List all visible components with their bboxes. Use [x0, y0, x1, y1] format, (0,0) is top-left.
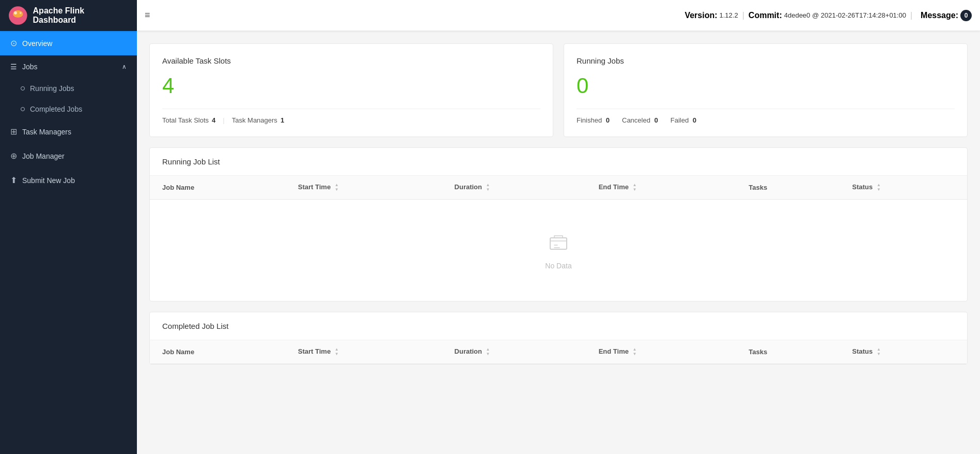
jobs-chevron-icon: ∧: [122, 63, 127, 70]
running-jobs-footer: Finished 0 Canceled 0 Failed 0: [577, 109, 955, 124]
sidebar-jobs-label: Jobs: [22, 63, 38, 71]
completed-col-start-time[interactable]: Start Time ▲▼: [286, 340, 442, 364]
submit-job-icon: ⬆: [10, 175, 17, 185]
commit-label: Commit:: [749, 11, 782, 20]
completed-status-sort-icon: ▲▼: [877, 347, 881, 356]
col-start-time[interactable]: Start Time ▲▼: [286, 176, 442, 200]
available-task-slots-value: 4: [162, 73, 540, 98]
total-slots-label: Total Task Slots: [162, 116, 209, 124]
canceled-value: 0: [655, 116, 658, 124]
sidebar-item-submit-new-job[interactable]: ⬆ Submit New Job: [0, 168, 137, 192]
sidebar-jobs-group[interactable]: ☰ Jobs ∧: [0, 55, 137, 78]
start-time-sort-icon: ▲▼: [335, 183, 339, 192]
jobs-icon: ☰: [10, 63, 17, 71]
completed-job-list-title: Completed Job List: [150, 312, 967, 340]
completed-col-tasks: Tasks: [736, 340, 839, 364]
completed-col-end-time[interactable]: End Time ▲▼: [586, 340, 737, 364]
topbar-divider-2: |: [910, 11, 912, 20]
sidebar-item-completed-jobs[interactable]: Completed Jobs: [0, 99, 137, 119]
completed-col-duration[interactable]: Duration ▲▼: [442, 340, 586, 364]
canceled-label: Canceled: [622, 116, 650, 124]
sidebar: ⊙ Overview ☰ Jobs ∧ Running Jobs Complet…: [0, 31, 137, 454]
completed-job-list-thead: Job Name Start Time ▲▼ Duration ▲▼ End T…: [150, 340, 967, 364]
running-job-list-title: Running Job List: [150, 148, 967, 176]
stats-cards-row: Available Task Slots 4 Total Task Slots …: [149, 43, 968, 137]
running-job-list-table: Job Name Start Time ▲▼ Duration ▲▼ End T…: [150, 176, 967, 200]
version-value: 1.12.2: [720, 11, 738, 19]
main-content: Available Task Slots 4 Total Task Slots …: [137, 31, 980, 454]
available-task-slots-card: Available Task Slots 4 Total Task Slots …: [149, 43, 553, 137]
finished-value: 0: [606, 116, 610, 124]
task-managers-icon: ⊞: [10, 127, 17, 137]
running-jobs-dot-icon: [21, 86, 25, 90]
brand-bar: Apache Flink Dashboard: [0, 0, 137, 31]
sidebar-overview-label: Overview: [22, 39, 52, 48]
col-duration[interactable]: Duration ▲▼: [442, 176, 586, 200]
footer-divider: |: [223, 116, 224, 124]
completed-col-status[interactable]: Status ▲▼: [840, 340, 967, 364]
version-label: Version:: [685, 11, 717, 20]
running-jobs-title: Running Jobs: [577, 56, 955, 65]
sidebar-item-overview[interactable]: ⊙ Overview: [0, 31, 137, 55]
failed-stat: Failed 0: [671, 116, 696, 124]
col-end-time[interactable]: End Time ▲▼: [586, 176, 737, 200]
sidebar-task-managers-label: Task Managers: [22, 128, 71, 136]
running-jobs-value: 0: [577, 73, 955, 98]
finished-stat: Finished 0: [577, 116, 610, 124]
sidebar-item-running-jobs[interactable]: Running Jobs: [0, 78, 137, 99]
completed-start-time-sort-icon: ▲▼: [335, 347, 339, 356]
col-status[interactable]: Status ▲▼: [840, 176, 967, 200]
running-job-list-thead: Job Name Start Time ▲▼ Duration ▲▼ End T…: [150, 176, 967, 200]
completed-job-list-table-wrapper: Job Name Start Time ▲▼ Duration ▲▼ End T…: [150, 340, 967, 364]
failed-label: Failed: [671, 116, 689, 124]
failed-value: 0: [693, 116, 696, 124]
status-sort-icon: ▲▼: [877, 183, 881, 192]
menu-toggle-button[interactable]: ≡: [145, 10, 150, 21]
completed-job-list-header-row: Job Name Start Time ▲▼ Duration ▲▼ End T…: [150, 340, 967, 364]
topbar: ≡ Version: 1.12.2 | Commit: 4dedee0 @ 20…: [0, 0, 980, 31]
total-slots-value: 4: [212, 116, 215, 124]
sidebar-submit-new-job-label: Submit New Job: [22, 176, 75, 185]
end-time-sort-icon: ▲▼: [633, 183, 637, 192]
col-job-name: Job Name: [150, 176, 286, 200]
sidebar-job-manager-label: Job Manager: [22, 152, 65, 160]
sidebar-completed-jobs-label: Completed Jobs: [30, 105, 82, 113]
completed-job-list-table: Job Name Start Time ▲▼ Duration ▲▼ End T…: [150, 340, 967, 364]
task-managers-value: 1: [281, 116, 284, 124]
canceled-stat: Canceled 0: [622, 116, 658, 124]
flink-logo: [8, 6, 28, 25]
completed-col-job-name: Job Name: [150, 340, 286, 364]
running-jobs-card: Running Jobs 0 Finished 0 Canceled 0: [564, 43, 968, 137]
overview-icon: ⊙: [10, 38, 17, 48]
duration-sort-icon: ▲▼: [486, 183, 490, 192]
running-job-list-table-wrapper: Job Name Start Time ▲▼ Duration ▲▼ End T…: [150, 176, 967, 301]
running-job-list-header-row: Job Name Start Time ▲▼ Duration ▲▼ End T…: [150, 176, 967, 200]
app-title: Apache Flink Dashboard: [33, 6, 129, 25]
available-task-slots-footer: Total Task Slots 4 | Task Managers 1: [162, 109, 540, 124]
finished-label: Finished: [577, 116, 602, 124]
completed-jobs-dot-icon: [21, 107, 25, 111]
svg-point-2: [14, 11, 17, 14]
col-tasks: Tasks: [736, 176, 839, 200]
sidebar-item-task-managers[interactable]: ⊞ Task Managers: [0, 119, 137, 144]
running-stats: Finished 0 Canceled 0 Failed 0: [577, 116, 696, 124]
sidebar-item-job-manager[interactable]: ⊕ Job Manager: [0, 144, 137, 168]
completed-duration-sort-icon: ▲▼: [486, 347, 490, 356]
message-badge[interactable]: 0: [960, 10, 972, 21]
layout: ⊙ Overview ☰ Jobs ∧ Running Jobs Complet…: [0, 31, 980, 454]
job-manager-icon: ⊕: [10, 151, 17, 161]
commit-value: 4dedee0 @ 2021-02-26T17:14:28+01:00: [784, 11, 906, 19]
svg-point-3: [20, 12, 22, 14]
available-task-slots-title: Available Task Slots: [162, 56, 540, 65]
task-managers-label: Task Managers: [232, 116, 277, 124]
sidebar-running-jobs-label: Running Jobs: [30, 84, 74, 93]
running-no-data-text: No Data: [545, 262, 571, 270]
running-no-data: No Data: [150, 200, 967, 301]
topbar-divider-1: |: [742, 11, 744, 20]
completed-end-time-sort-icon: ▲▼: [633, 347, 637, 356]
message-label: Message:: [921, 11, 958, 20]
running-job-list-section: Running Job List Job Name Start Time ▲▼ …: [149, 147, 968, 301]
completed-job-list-section: Completed Job List Job Name Start Time ▲…: [149, 312, 968, 365]
no-data-icon: [546, 231, 571, 255]
